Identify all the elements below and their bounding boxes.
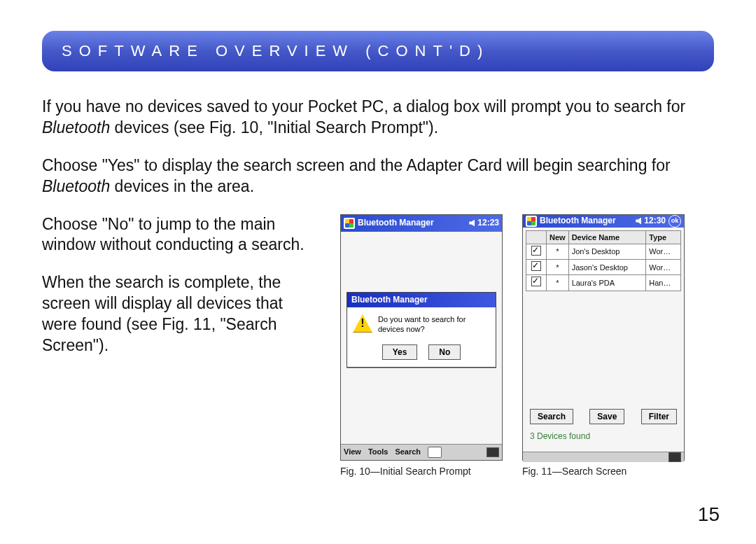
dialog-title: Bluetooth Manager bbox=[347, 293, 496, 308]
sip-icon[interactable] bbox=[486, 447, 499, 457]
fig11-caption: Fig. 11—Search Screen bbox=[522, 465, 683, 477]
table-row[interactable]: * Laura's PDA Han… bbox=[526, 275, 681, 291]
status-text: 3 Devices found bbox=[526, 424, 681, 449]
start-icon[interactable] bbox=[344, 218, 355, 229]
speaker-icon[interactable] bbox=[636, 218, 641, 225]
search-button[interactable]: Search bbox=[530, 409, 573, 424]
fig10-app-title: Bluetooth Manager bbox=[358, 218, 466, 229]
start-icon[interactable] bbox=[526, 216, 537, 227]
col-name: Device Name bbox=[568, 230, 646, 244]
dialog-text: Do you want to search for devices now? bbox=[378, 314, 490, 335]
keyboard-icon[interactable] bbox=[428, 447, 442, 458]
p1-bluetooth: Bluetooth bbox=[42, 118, 110, 137]
table-row[interactable]: * Jon's Desktop Wor… bbox=[526, 244, 681, 259]
checkbox-icon[interactable] bbox=[531, 246, 541, 256]
filter-button[interactable]: Filter bbox=[641, 409, 677, 424]
col-new: New bbox=[547, 230, 569, 244]
checkbox-icon[interactable] bbox=[531, 277, 541, 286]
p1-a: If you have no devices saved to your Poc… bbox=[42, 97, 685, 116]
paragraph-2: Choose "Yes" to display the search scree… bbox=[42, 155, 714, 197]
section-title: SOFTWARE OVERVIEW (CONT'D) bbox=[62, 42, 489, 60]
menu-view[interactable]: View bbox=[344, 447, 361, 456]
fig10-clock: 12:23 bbox=[477, 218, 499, 229]
search-prompt-dialog: Bluetooth Manager Do you want to search … bbox=[346, 292, 496, 368]
fig11-app-title: Bluetooth Manager bbox=[540, 216, 633, 227]
p1-c: devices (see Fig. 10, "Initial Search Pr… bbox=[110, 118, 438, 137]
no-button[interactable]: No bbox=[428, 344, 461, 360]
p2-a: Choose "Yes" to display the search scree… bbox=[42, 156, 671, 174]
col-check bbox=[526, 230, 547, 244]
fig10-titlebar: Bluetooth Manager 12:23 bbox=[341, 215, 502, 232]
figure-10: Bluetooth Manager 12:23 Bluetooth Manage… bbox=[340, 214, 501, 477]
device-table: New Device Name Type * Jon's Desktop Wor… bbox=[526, 230, 681, 291]
menu-search[interactable]: Search bbox=[395, 447, 421, 456]
warning-icon bbox=[353, 314, 372, 333]
fig11-clock: 12:30 bbox=[644, 216, 666, 227]
fig11-titlebar: Bluetooth Manager 12:30 ok bbox=[523, 215, 684, 228]
ok-button-icon[interactable]: ok bbox=[668, 215, 681, 228]
figure-11: Bluetooth Manager 12:30 ok New Device Na… bbox=[522, 214, 683, 477]
sip-icon[interactable] bbox=[668, 452, 681, 462]
menu-tools[interactable]: Tools bbox=[368, 447, 388, 456]
checkbox-icon[interactable] bbox=[531, 261, 541, 271]
save-button[interactable]: Save bbox=[589, 409, 624, 424]
fig10-menubar: View Tools Search bbox=[341, 444, 502, 460]
p2-bluetooth: Bluetooth bbox=[42, 177, 110, 195]
section-header: SOFTWARE OVERVIEW (CONT'D) bbox=[42, 31, 714, 71]
speaker-icon[interactable] bbox=[469, 220, 475, 227]
table-row[interactable]: * Jason's Desktop Wor… bbox=[526, 260, 681, 275]
p2-c: devices in the area. bbox=[110, 177, 254, 195]
col-type: Type bbox=[646, 230, 681, 244]
fig10-caption: Fig. 10—Initial Search Prompt bbox=[340, 465, 501, 477]
paragraph-3: Choose "No" to jump to the main window w… bbox=[42, 214, 322, 256]
fig11-menubar bbox=[523, 452, 684, 462]
yes-button[interactable]: Yes bbox=[382, 344, 418, 360]
paragraph-4: When the search is complete, the screen … bbox=[42, 272, 322, 356]
paragraph-1: If you have no devices saved to your Poc… bbox=[42, 97, 714, 139]
page-number: 15 bbox=[698, 503, 720, 526]
